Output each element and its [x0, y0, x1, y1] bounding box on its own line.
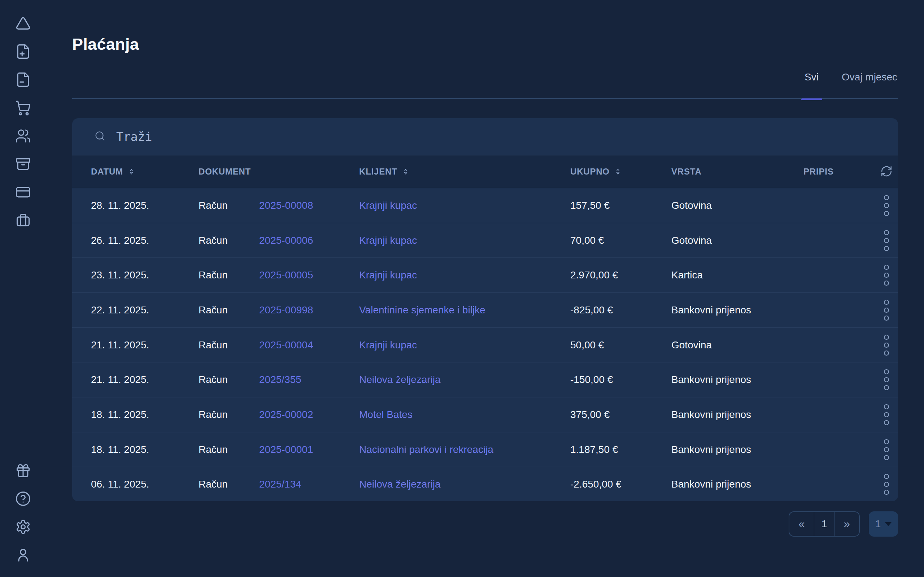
document-number-link[interactable]: 2025-00004 [259, 339, 359, 351]
sidebar-item-payments[interactable] [0, 179, 46, 207]
kebab-dot-icon [884, 351, 889, 356]
refresh-icon [880, 165, 893, 179]
kebab-dot-icon [884, 343, 889, 348]
archive-icon [15, 156, 31, 174]
cell-datum: 28. 11. 2025. [91, 200, 199, 211]
kebab-dot-icon [884, 272, 889, 278]
client-link[interactable]: Krajnji kupac [359, 339, 570, 351]
cell-total: -2.650,00 € [570, 479, 671, 490]
cell-document-type: Račun [199, 200, 259, 211]
row-menu-button[interactable] [882, 367, 891, 392]
column-header-ukupno[interactable]: UKUPNO [570, 167, 671, 177]
cell-payment-type: Bankovni prijenos [671, 409, 803, 421]
file-minus-icon [15, 72, 31, 89]
column-header-datum[interactable]: DATUM [91, 167, 199, 177]
client-link[interactable]: Valentinine sjemenke i biljke [359, 305, 570, 316]
refresh-button[interactable] [874, 165, 898, 179]
column-header-dokument[interactable]: DOKUMENT [199, 167, 359, 177]
file-plus-icon [15, 44, 31, 61]
kebab-dot-icon [884, 490, 889, 495]
client-link[interactable]: Krajnji kupac [359, 235, 570, 246]
sidebar-item-settings[interactable] [0, 514, 46, 542]
cell-actions [874, 298, 898, 323]
row-menu-button[interactable] [882, 228, 891, 253]
sidebar-item-help[interactable] [0, 485, 46, 514]
cell-document-type: Račun [199, 374, 259, 385]
client-link[interactable]: Krajnji kupac [359, 269, 570, 281]
cell-document-type: Račun [199, 339, 259, 351]
sidebar-item-business[interactable] [0, 207, 46, 235]
row-menu-button[interactable] [882, 402, 891, 427]
table-row: 18. 11. 2025. Račun 2025-00002 Motel Bat… [72, 397, 898, 432]
column-header-klijent[interactable]: KLIJENT [359, 167, 570, 177]
kebab-dot-icon [884, 377, 889, 382]
sidebar-item-rewards[interactable] [0, 457, 46, 485]
kebab-dot-icon [884, 300, 889, 305]
document-number-link[interactable]: 2025-00001 [259, 444, 359, 456]
gift-icon [15, 463, 31, 480]
page-size-dropdown[interactable]: 1 [869, 511, 898, 537]
row-menu-button[interactable] [882, 193, 891, 218]
tabs-divider [72, 98, 898, 99]
cell-total: 70,00 € [570, 235, 671, 246]
kebab-dot-icon [884, 246, 889, 251]
briefcase-icon [15, 213, 31, 230]
document-number-link[interactable]: 2025-00006 [259, 235, 359, 246]
cell-total: -825,00 € [570, 305, 671, 316]
kebab-dot-icon [884, 369, 889, 374]
pager-group: « 1 » [789, 511, 860, 537]
client-link[interactable]: Motel Bates [359, 409, 570, 421]
sidebar-item-logo[interactable] [0, 10, 46, 38]
row-menu-button[interactable] [882, 332, 891, 358]
search-input[interactable] [116, 130, 898, 144]
tab-svi[interactable]: Svi [804, 71, 819, 86]
tab-ovaj-mjesec[interactable]: Ovaj mjesec [842, 71, 897, 86]
table-header: DATUM DOKUMENT KLIJENT UKUPNO VRSTA PRIP… [72, 155, 898, 188]
document-number-link[interactable]: 2025-00998 [259, 305, 359, 316]
cell-datum: 26. 11. 2025. [91, 235, 199, 246]
column-header-pripis[interactable]: PRIPIS [803, 167, 874, 177]
cell-document-type: Račun [199, 305, 259, 316]
search-icon [94, 130, 106, 143]
sidebar-item-documents[interactable] [0, 66, 46, 95]
client-link[interactable]: Krajnji kupac [359, 200, 570, 211]
client-link[interactable]: Nacionalni parkovi i rekreacija [359, 444, 570, 456]
cell-payment-type: Bankovni prijenos [671, 479, 803, 490]
table-row: 21. 11. 2025. Račun 2025-00004 Krajnji k… [72, 327, 898, 363]
table-row: 22. 11. 2025. Račun 2025-00998 Valentini… [72, 292, 898, 327]
user-icon [15, 547, 31, 564]
row-menu-button[interactable] [882, 298, 891, 323]
client-link[interactable]: Neilova željezarija [359, 374, 570, 385]
sort-icon [614, 168, 622, 176]
sidebar-item-purchases[interactable] [0, 95, 46, 122]
client-link[interactable]: Neilova željezarija [359, 479, 570, 490]
cell-document-type: Račun [199, 235, 259, 246]
kebab-dot-icon [884, 474, 889, 479]
cell-datum: 22. 11. 2025. [91, 305, 199, 316]
row-menu-button[interactable] [882, 437, 891, 462]
users-icon [15, 128, 31, 145]
table-row: 28. 11. 2025. Račun 2025-00008 Krajnji k… [72, 188, 898, 223]
document-number-link[interactable]: 2025/355 [259, 374, 359, 385]
cell-actions [874, 402, 898, 427]
main-content: Plaćanja Svi Ovaj mjesec DATUM DOKUMENT … [72, 0, 898, 577]
kebab-dot-icon [884, 265, 889, 270]
document-number-link[interactable]: 2025-00002 [259, 409, 359, 421]
sidebar-item-account[interactable] [0, 542, 46, 570]
sidebar-item-new-document[interactable] [0, 38, 46, 66]
document-number-link[interactable]: 2025-00008 [259, 200, 359, 211]
document-number-link[interactable]: 2025/134 [259, 479, 359, 490]
column-header-vrsta[interactable]: VRSTA [671, 167, 803, 177]
kebab-dot-icon [884, 385, 889, 390]
prev-page-button[interactable]: « [789, 512, 814, 536]
sidebar-item-clients[interactable] [0, 122, 46, 151]
sidebar [0, 0, 46, 577]
kebab-dot-icon [884, 195, 889, 200]
sidebar-item-products[interactable] [0, 151, 46, 179]
kebab-dot-icon [884, 238, 889, 243]
row-menu-button[interactable] [882, 472, 891, 497]
row-menu-button[interactable] [882, 263, 891, 288]
document-number-link[interactable]: 2025-00005 [259, 269, 359, 281]
kebab-dot-icon [884, 412, 889, 417]
next-page-button[interactable]: » [835, 512, 859, 536]
